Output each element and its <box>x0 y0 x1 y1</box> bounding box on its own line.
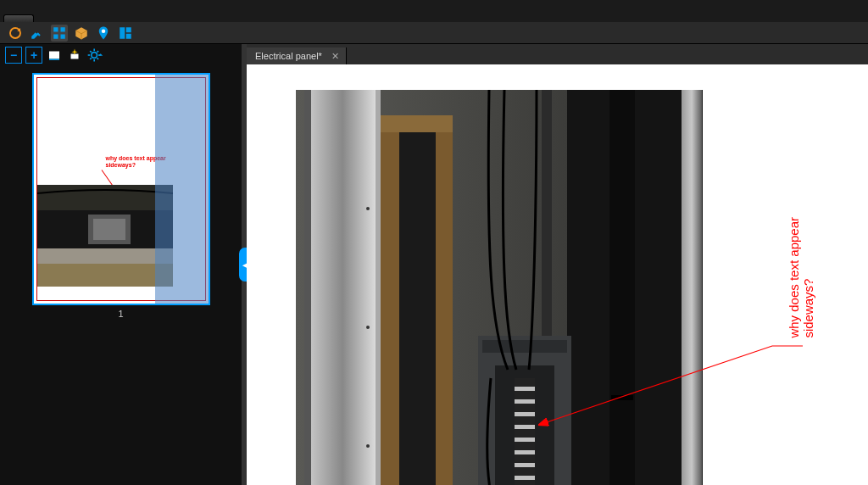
grid-icon[interactable] <box>51 25 68 42</box>
svg-rect-9 <box>49 52 59 59</box>
svg-rect-26 <box>93 219 125 240</box>
document-photo <box>296 90 703 485</box>
sparkle-icon[interactable] <box>66 47 83 64</box>
package-icon[interactable] <box>73 25 90 42</box>
svg-rect-37 <box>609 90 635 485</box>
thumbnail-list: why does text appear sideways? <box>0 66 242 485</box>
svg-rect-47 <box>515 416 535 425</box>
thumbnail-viewport-indicator <box>155 75 209 304</box>
thumbnail-toolbar: − + <box>0 44 242 66</box>
gear-icon[interactable] <box>86 47 103 64</box>
main-toolbar <box>0 22 868 44</box>
svg-rect-34 <box>436 115 453 485</box>
body: − + why does text appear sideways? <box>0 44 868 485</box>
svg-rect-52 <box>515 480 535 485</box>
document-tab[interactable]: Electrical panel* ✕ <box>247 47 347 64</box>
document-tab-title: Electrical panel* <box>255 51 322 61</box>
svg-rect-39 <box>682 90 702 485</box>
document-area: Electrical panel* ✕ <box>247 44 868 485</box>
thumbnail-item[interactable]: why does text appear sideways? <box>32 73 210 319</box>
tile-icon[interactable] <box>46 47 63 64</box>
annotation-text[interactable]: why does text appear sideways? <box>787 217 816 338</box>
canvas[interactable]: why does text appear sideways? <box>247 64 868 485</box>
close-icon[interactable]: ✕ <box>331 51 339 62</box>
document-page: why does text appear sideways? <box>247 64 868 485</box>
svg-rect-35 <box>381 115 453 132</box>
svg-line-18 <box>97 58 99 59</box>
svg-line-17 <box>90 51 92 53</box>
svg-rect-48 <box>515 429 535 438</box>
app-root: − + why does text appear sideways? <box>0 0 868 485</box>
svg-rect-23 <box>37 261 173 287</box>
window-tab[interactable] <box>3 14 34 22</box>
svg-rect-22 <box>37 185 173 210</box>
svg-point-0 <box>10 28 20 38</box>
svg-rect-29 <box>304 90 381 485</box>
svg-rect-24 <box>37 248 173 264</box>
svg-rect-10 <box>49 59 59 61</box>
collapse-all-button[interactable]: − <box>5 47 22 64</box>
svg-rect-4 <box>61 34 65 38</box>
location-icon[interactable] <box>95 25 112 42</box>
thumbnail-page-number: 1 <box>32 309 210 319</box>
svg-rect-33 <box>381 115 399 485</box>
thumbnail-panel: − + why does text appear sideways? <box>0 44 242 485</box>
svg-rect-38 <box>611 395 633 400</box>
svg-line-19 <box>90 58 92 59</box>
svg-rect-31 <box>376 90 381 485</box>
svg-rect-50 <box>515 454 535 463</box>
svg-line-20 <box>97 51 99 53</box>
svg-rect-3 <box>53 34 58 38</box>
expand-all-button[interactable]: + <box>25 47 42 64</box>
svg-rect-41 <box>482 340 567 353</box>
svg-rect-44 <box>515 378 535 387</box>
layout-icon[interactable] <box>117 25 134 42</box>
svg-point-5 <box>102 29 106 33</box>
svg-rect-45 <box>515 391 535 399</box>
svg-rect-6 <box>120 27 125 39</box>
svg-rect-8 <box>126 33 131 38</box>
svg-point-56 <box>366 444 370 448</box>
thumbnail-photo <box>37 185 173 287</box>
pin-icon[interactable] <box>29 25 46 42</box>
svg-rect-30 <box>304 90 311 485</box>
svg-rect-1 <box>53 27 58 31</box>
svg-rect-51 <box>515 467 535 476</box>
svg-rect-2 <box>61 27 65 31</box>
refresh-icon[interactable] <box>7 25 24 42</box>
svg-rect-7 <box>126 27 131 32</box>
svg-point-54 <box>366 207 370 210</box>
window-tab-strip <box>0 0 868 22</box>
document-tab-strip: Electrical panel* ✕ <box>247 44 868 64</box>
svg-point-12 <box>92 53 97 59</box>
svg-rect-49 <box>515 442 535 450</box>
svg-rect-46 <box>515 404 535 412</box>
thumbnail-page[interactable]: why does text appear sideways? <box>32 73 210 305</box>
svg-point-55 <box>366 326 370 329</box>
